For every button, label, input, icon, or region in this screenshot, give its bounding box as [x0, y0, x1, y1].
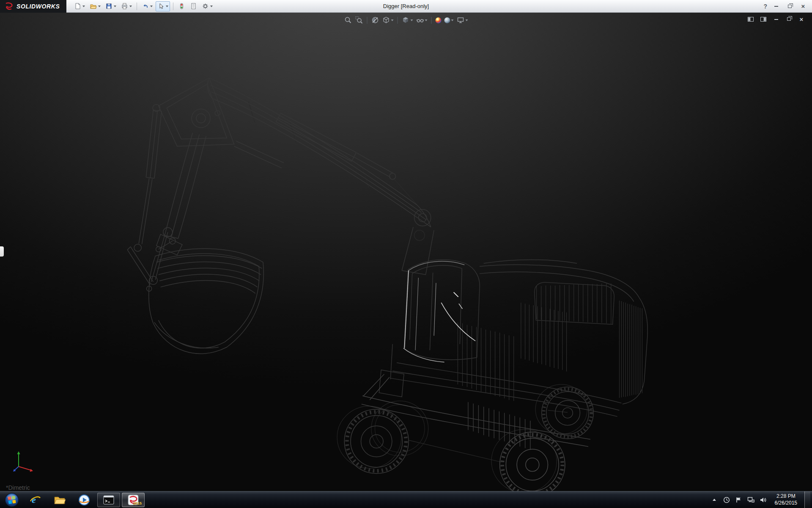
minimize-icon [774, 6, 778, 7]
clock-date: 6/26/2015 [775, 500, 797, 507]
save-icon [105, 3, 112, 10]
document-restore-button[interactable] [784, 16, 793, 22]
dropdown-caret [166, 6, 168, 7]
edit-appearance-button[interactable] [435, 17, 442, 24]
zoom-to-fit-button[interactable] [343, 15, 353, 25]
view-orientation-button[interactable] [381, 15, 395, 25]
rebuild-button[interactable] [176, 1, 187, 11]
dropdown-caret [466, 19, 468, 21]
show-desktop-button[interactable] [804, 491, 810, 508]
internet-explorer-icon: e [30, 494, 41, 505]
svg-text:e: e [32, 494, 36, 505]
taskbar-media-player[interactable] [73, 493, 96, 507]
taskbar-apps: e [24, 493, 145, 507]
speaker-icon [760, 497, 767, 503]
section-view-icon [371, 16, 379, 24]
menu-bar: SOLIDWORKS [0, 0, 812, 13]
save-button[interactable] [104, 1, 118, 11]
folder-icon [54, 495, 66, 505]
taskbar-internet-explorer[interactable]: e [24, 493, 47, 507]
new-document-icon [74, 3, 81, 10]
dropdown-caret [82, 6, 85, 7]
restore-button[interactable] [785, 3, 794, 10]
brand-text: SOLIDWORKS [16, 3, 60, 10]
display-style-cube-icon [402, 16, 410, 24]
taskbar-clock[interactable]: 2:28 PM 6/26/2015 [771, 493, 801, 506]
tile-right-icon [760, 17, 766, 22]
dropdown-caret [210, 6, 213, 7]
digger-wireframe-model[interactable] [0, 13, 812, 491]
chevron-up-icon [713, 499, 716, 501]
document-window-controls: × [746, 16, 806, 22]
file-properties-icon [190, 3, 197, 10]
wireframe-undercarriage [362, 374, 590, 450]
3ds-logo-icon [4, 2, 14, 11]
taskbar-solidworks[interactable]: 2015 [122, 493, 145, 507]
display-style-button[interactable] [401, 15, 414, 25]
zoom-to-area-button[interactable] [354, 15, 364, 25]
network-icon [747, 497, 755, 503]
document-close-button[interactable]: × [797, 16, 806, 22]
undo-button[interactable] [140, 1, 154, 11]
help-button[interactable]: ? [763, 3, 767, 10]
hidden-icons-button[interactable] [710, 496, 719, 504]
media-player-icon [78, 494, 90, 506]
toolbar-separator [173, 3, 173, 10]
zoom-to-fit-icon [344, 16, 352, 24]
minimize-button[interactable] [771, 3, 781, 10]
tile-left-icon [748, 17, 754, 22]
new-document-button[interactable] [72, 1, 87, 11]
dropdown-caret [411, 19, 413, 21]
toolbar-separator [431, 17, 432, 24]
graphics-viewport[interactable]: × [0, 13, 812, 491]
view-settings-button[interactable] [456, 15, 469, 25]
apply-scene-button[interactable] [444, 17, 455, 24]
clock-time: 2:28 PM [775, 493, 797, 500]
taskbar-windows-explorer[interactable] [48, 493, 71, 507]
dropdown-caret [129, 6, 132, 7]
select-button[interactable] [156, 1, 170, 11]
rebuild-icon [178, 3, 185, 10]
view-orientation-cube-icon [382, 16, 390, 24]
view-orientation-label: *Dimetric [6, 484, 30, 491]
orientation-triad [12, 448, 37, 474]
tray-clock-button[interactable] [722, 496, 731, 504]
print-button[interactable] [119, 1, 134, 11]
dropdown-caret [451, 19, 454, 21]
minimize-icon [774, 19, 778, 20]
dropdown-caret [391, 19, 394, 21]
edit-appearance-ball-icon [436, 17, 442, 23]
y-axis-arrow [17, 451, 20, 454]
panel-flyout-handle[interactable] [0, 246, 4, 257]
hide-show-items-button[interactable] [415, 15, 428, 25]
toolbar-separator [137, 3, 137, 10]
system-tray: 2:28 PM 6/26/2015 [710, 491, 812, 508]
dropdown-caret [114, 6, 116, 7]
section-view-button[interactable] [370, 15, 380, 25]
file-properties-button[interactable] [188, 1, 199, 11]
solidworks-logo: SOLIDWORKS [0, 0, 66, 13]
open-button[interactable] [88, 1, 102, 11]
close-button[interactable]: × [798, 3, 808, 10]
options-button[interactable] [200, 1, 214, 11]
tile-right-button[interactable] [759, 16, 768, 22]
tile-left-button[interactable] [746, 16, 755, 22]
action-center-button[interactable] [735, 496, 743, 504]
restore-icon [787, 17, 791, 21]
start-button[interactable] [5, 493, 19, 507]
volume-button[interactable] [759, 496, 768, 504]
dropdown-caret [150, 6, 153, 7]
taskbar: e [0, 491, 812, 508]
flag-icon [735, 497, 742, 503]
taskbar-command-prompt[interactable] [97, 493, 120, 507]
zoom-to-area-icon [355, 16, 363, 24]
view-settings-monitor-icon [457, 16, 465, 24]
x-axis-arrow [30, 469, 33, 472]
network-status-button[interactable] [747, 496, 755, 504]
command-prompt-icon [103, 495, 114, 505]
wireframe-boom-and-bucket [127, 78, 431, 353]
clock-icon [723, 497, 730, 503]
hide-show-glasses-icon [416, 16, 424, 24]
window-controls: ? × [763, 3, 812, 10]
document-minimize-button[interactable] [771, 16, 781, 22]
